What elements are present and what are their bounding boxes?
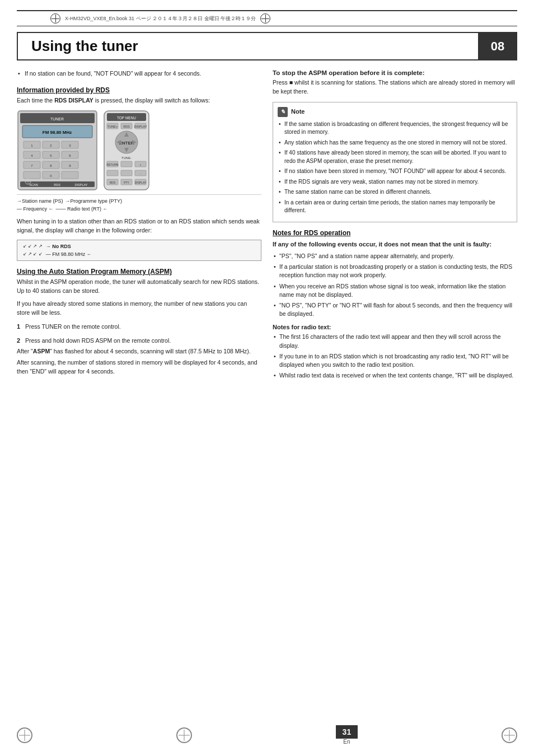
radio-text-bullet-0: The first 16 characters of the radio tex… [273, 333, 517, 349]
radio-text-bullet-2: Whilst radio text data is received or wh… [273, 371, 517, 380]
content-area: If no station can be found, "NOT FOUND" … [17, 69, 517, 385]
faulty-bullet-3: "NO PS", "NO PTY" or "NO RT" will flash … [273, 301, 517, 318]
svg-rect-23 [24, 171, 40, 179]
aspm-heading: Using the Auto Station Program Memory (A… [17, 268, 261, 276]
no-rds-label: → No RDS [46, 244, 71, 249]
page-number-area: 31 En [336, 725, 358, 745]
no-rds-box: ↙ ↙ ↗ ↗ → No RDS ↙ ↗ ↙ ↙ — FM 98.80 MHz … [17, 240, 261, 261]
print-header-text: X-HM32VD_VXE8_En.book 31 ページ ２０１４年３月２８日 … [65, 15, 256, 22]
stop-aspm-heading: To stop the ASPM operation before it is … [273, 69, 517, 76]
aspm-note1: If you have already stored some stations… [17, 300, 261, 318]
print-header: X-HM32VD_VXE8_En.book 31 ページ ２０１４年３月２８日 … [17, 10, 517, 26]
svg-text:RDS: RDS [110, 181, 116, 184]
svg-text:RDS: RDS [54, 183, 60, 186]
page-lang: En [343, 739, 350, 745]
step2-note2: After scanning, the number of stations s… [17, 358, 261, 376]
footer-center [176, 727, 192, 743]
note-icon: ✎ [278, 107, 288, 117]
chapter-badge: 08 [478, 32, 517, 60]
rds-diagram: TUNER FM 98.80 MHz 1 2 3 4 5 6 7 [17, 110, 261, 191]
page-number-badge: 31 [336, 725, 358, 739]
svg-text:TOP MENU: TOP MENU [117, 116, 136, 120]
note-box: ✎ Note If the same station is broadcasti… [273, 102, 517, 222]
rds-intro-text: Each time the RDS DISPLAY is pressed, th… [17, 96, 261, 105]
note-bullet-0: If the same station is broadcasting on d… [278, 120, 512, 137]
faulty-bullet-2: When you receive an RDS station whose si… [273, 282, 517, 299]
left-column: If no station can be found, "NOT FOUND" … [17, 69, 261, 385]
fm-freq-label: — FM 98.80 MHz ← [46, 251, 92, 257]
page-footer: 31 En [0, 725, 534, 745]
note-bullets-list: If the same station is broadcasting on d… [278, 120, 512, 215]
note-bullet-2: If 40 stations have already been stored … [278, 149, 512, 165]
note-bullet-1: Any station which has the same frequency… [278, 139, 512, 147]
rds-section-heading: Information provided by RDS [17, 86, 261, 94]
svg-text:RDS: RDS [123, 125, 130, 128]
svg-text:TUNE+: TUNE+ [107, 125, 118, 128]
faulty-bullet-1: If a particular station is not broadcast… [273, 263, 517, 279]
footer-center-mark [176, 727, 192, 743]
step2-note1: After "ASPM" has flashed for about 4 sec… [17, 347, 261, 356]
tuning-note-text: When tuning in to a station other than a… [17, 217, 261, 235]
corner-mark-left [50, 13, 60, 24]
if-any-heading: If any of the following events occur, it… [273, 240, 517, 249]
no-rds-row-1: ↙ ↙ ↗ ↗ → No RDS [23, 244, 255, 249]
corner-mark-right [260, 13, 270, 24]
svg-text:DISPLAY: DISPLAY [134, 125, 147, 128]
right-column: To stop the ASPM operation before it is … [273, 69, 517, 385]
step1-text: Press TUNER on the remote control. [25, 323, 121, 330]
svg-text:SCAN: SCAN [29, 183, 38, 186]
svg-rect-52 [121, 161, 132, 167]
step-1: 1 Press TUNER on the remote control. [17, 322, 261, 332]
svg-text:DISPLAY: DISPLAY [75, 183, 88, 186]
page-title: Using the tuner [31, 38, 465, 55]
diagram-caption: →Station name (PS) →Programme type (PTY)… [17, 194, 261, 213]
note-title-text: Note [291, 107, 305, 116]
note-bullet-6: In a certain area or during certain time… [278, 199, 512, 215]
caption-row-2: — Frequency ← —— Radio text (RT) ← [17, 205, 261, 213]
remote-control-svg: TOP MENU TUNE+ RDS DISPLAY ENTER TUNE- [101, 110, 152, 191]
note-bullet-5: The same station name can be stored in d… [278, 188, 512, 197]
radio-text-bullets-list: The first 16 characters of the radio tex… [273, 333, 517, 380]
faulty-bullets-list: "PS", "NO PS" and a station name appear … [273, 252, 517, 319]
rds-operation-heading: Notes for RDS operation [273, 229, 517, 237]
device-unit-svg: TUNER FM 98.80 MHz 1 2 3 4 5 6 7 [17, 110, 98, 191]
step-2: 2 Press and hold down RDS ASPM on the re… [17, 336, 261, 376]
svg-text:PTY: PTY [124, 181, 129, 184]
aspm-intro: Whilst in the ASPM operation mode, the t… [17, 278, 261, 296]
radio-text-heading: Notes for radio text: [273, 324, 517, 330]
svg-text:FM 98.80 MHz: FM 98.80 MHz [43, 130, 72, 135]
note-bullet-4: If the RDS signals are very weak, statio… [278, 178, 512, 186]
svg-text:RETURN: RETURN [107, 163, 119, 166]
faulty-bullet-0: "PS", "NO PS" and a station name appear … [273, 252, 517, 260]
no-rds-inner: ↙ ↙ ↗ ↗ → No RDS ↙ ↗ ↙ ↙ — FM 98.80 MHz … [23, 244, 255, 257]
svg-rect-26 [62, 171, 78, 179]
step2-num: 2 [17, 337, 20, 344]
svg-text:DISPLAY: DISPLAY [135, 181, 147, 184]
svg-rect-55 [107, 170, 118, 176]
footer-corner-right [502, 727, 517, 743]
note-title-row: ✎ Note [278, 107, 512, 117]
svg-text:ENTER: ENTER [119, 141, 134, 146]
svg-text:+: + [140, 163, 142, 166]
radio-text-bullet-1: If you tune in to an RDS station which i… [273, 352, 517, 369]
no-rds-row-2: ↙ ↗ ↙ ↙ — FM 98.80 MHz ← [23, 251, 255, 257]
step1-num: 1 [17, 323, 20, 330]
note-bullet-3: If no station have been stored in memory… [278, 167, 512, 176]
top-bullet-text: If no station can be found, "NOT FOUND" … [17, 69, 261, 78]
page-title-bar: Using the tuner 08 [17, 32, 517, 60]
step2-text: Press and hold down RDS ASPM on the remo… [25, 337, 171, 344]
stop-aspm-text: Press ■ whilst it is scanning for statio… [273, 78, 517, 96]
caption-row-1: →Station name (PS) →Programme type (PTY) [17, 197, 261, 205]
svg-text:TUNER: TUNER [50, 117, 64, 121]
svg-text:TUNE-: TUNE- [121, 156, 132, 160]
page-title-box: Using the tuner [17, 32, 478, 60]
svg-rect-56 [121, 170, 132, 176]
footer-corner-left [17, 727, 32, 743]
